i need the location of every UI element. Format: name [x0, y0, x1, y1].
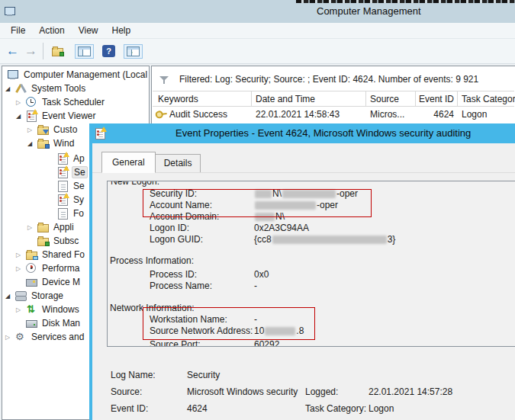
filter-funnel-icon	[159, 74, 170, 85]
show-action-pane-icon	[127, 46, 140, 56]
disk-management-icon	[26, 318, 37, 329]
event-id: 4624	[412, 107, 454, 121]
filter-banner: Filtered: Log: Security; Source: ; Event…	[153, 67, 514, 91]
annotation-box-network	[143, 307, 315, 340]
computer-icon	[8, 69, 19, 80]
show-action-pane-button[interactable]	[124, 44, 143, 59]
forward-arrow-icon[interactable]: →	[24, 43, 37, 59]
column-header-event-id[interactable]: Event ID	[412, 91, 454, 107]
annotation-box-account	[143, 189, 372, 217]
help-icon	[102, 45, 115, 57]
process-id-label: Process ID:	[150, 269, 197, 280]
window-title: Computer Management	[317, 0, 421, 23]
process-name-value: -	[254, 281, 257, 291]
event-log-icon	[57, 194, 69, 205]
expander-icon[interactable]	[27, 140, 37, 147]
menu-file[interactable]: File	[4, 23, 32, 39]
tree-item-computer-management[interactable]: Computer Management (Local	[3, 68, 148, 82]
dialog-body: General Details New Logon: Security ID: …	[92, 143, 515, 420]
menu-view[interactable]: View	[72, 23, 105, 39]
clipped-heading: New Logon:	[111, 181, 159, 187]
log-name-label: Log Name:	[111, 370, 156, 380]
system-tools-icon	[15, 83, 27, 94]
expander-icon[interactable]	[16, 113, 26, 120]
expander-icon[interactable]	[16, 99, 26, 106]
subscriptions-folder-icon	[37, 236, 49, 246]
expander-icon[interactable]	[27, 127, 37, 133]
logged-value: 22.01.2021 14:57:28	[369, 386, 452, 397]
performance-icon	[26, 263, 37, 274]
column-header-source[interactable]: Source	[370, 91, 399, 107]
column-header-task-category[interactable]: Task Category	[462, 91, 515, 107]
event-log-icon	[57, 167, 69, 178]
logon-id-value: 0x2A3C94AA	[254, 223, 309, 233]
event-datetime: 22.01.2021 14:58:43	[256, 107, 340, 121]
applications-folder-icon	[37, 222, 49, 232]
tree-item-system-tools[interactable]: System Tools	[3, 82, 148, 95]
event-keywords: Audit Success	[169, 107, 227, 121]
menu-action[interactable]: Action	[32, 23, 71, 39]
expander-icon[interactable]	[27, 224, 37, 231]
task-category-label: Task Category:	[305, 403, 366, 414]
event-log-icon	[57, 153, 69, 164]
tab-details[interactable]: Details	[155, 154, 201, 173]
computer-management-app-icon	[5, 6, 16, 17]
event-id-value: 4624	[187, 403, 208, 414]
task-scheduler-icon	[26, 97, 37, 107]
event-log-plain-icon	[57, 208, 69, 219]
device-manager-icon	[26, 277, 37, 287]
source-label: Source:	[111, 386, 142, 397]
process-name-label: Process Name:	[150, 281, 212, 291]
show-console-tree-button[interactable]	[75, 44, 94, 59]
back-arrow-icon[interactable]: ←	[6, 43, 19, 59]
windows-backup-icon	[26, 304, 37, 315]
expander-icon[interactable]	[16, 265, 26, 272]
logon-guid-value: {cc83}	[254, 234, 395, 245]
column-header-date-time[interactable]: Date and Time	[256, 91, 315, 107]
event-row[interactable]: Audit Success 22.01.2021 14:58:43 Micros…	[153, 107, 514, 121]
help-button[interactable]	[99, 43, 118, 59]
process-id-value: 0x0	[254, 269, 269, 280]
menu-help[interactable]: Help	[105, 23, 138, 39]
logon-id-label: Logon ID:	[150, 223, 189, 233]
events-table-header: Keywords Date and Time Source Event ID T…	[153, 91, 514, 107]
services-icon	[15, 332, 27, 342]
event-viewer-icon	[26, 111, 37, 121]
event-log-plain-icon	[57, 181, 69, 191]
menu-bar: File Action View Help	[0, 23, 515, 39]
window-titlebar: Computer Management	[0, 0, 515, 23]
source-port-label: Source Port:	[150, 339, 201, 347]
windows-logs-folder-icon	[37, 138, 49, 149]
column-header-keywords[interactable]: Keywords	[158, 91, 198, 107]
toolbar-separator	[43, 43, 43, 59]
tree-item-event-viewer[interactable]: Event Viewer	[3, 109, 148, 123]
export-list-icon	[52, 46, 63, 56]
process-information-heading: Process Information:	[110, 255, 194, 266]
expander-icon[interactable]	[5, 334, 15, 341]
dialog-title: Event Properties - Event 4624, Microsoft…	[175, 123, 471, 143]
shared-folders-icon	[26, 249, 37, 260]
storage-icon	[15, 290, 27, 301]
event-log-icon	[95, 128, 106, 139]
export-list-button[interactable]	[49, 43, 69, 59]
background-window-title-sliver	[296, 0, 515, 3]
logged-label: Logged:	[305, 386, 338, 397]
expander-icon[interactable]	[16, 306, 26, 313]
show-console-tree-icon	[78, 46, 91, 56]
tab-strip: General Details	[101, 152, 200, 173]
source-value: Microsoft Windows security	[187, 386, 298, 397]
dialog-titlebar: Event Properties - Event 4624, Microsoft…	[89, 123, 515, 143]
event-source: Micros...	[370, 107, 404, 121]
log-name-value: Security	[187, 370, 220, 380]
tab-general[interactable]: General	[101, 152, 156, 173]
expander-icon[interactable]	[5, 293, 15, 300]
toolbar: ← →	[0, 39, 515, 64]
expander-icon[interactable]	[16, 252, 26, 258]
source-port-value: 60292	[254, 339, 279, 347]
logon-guid-label: Logon GUID:	[150, 234, 203, 245]
expander-icon[interactable]	[5, 85, 15, 92]
filter-banner-text: Filtered: Log: Security; Source: ; Event…	[179, 74, 478, 85]
task-category-value: Logon	[369, 403, 394, 414]
redacted-blur	[272, 236, 387, 244]
tree-item-task-scheduler[interactable]: Task Scheduler	[3, 95, 148, 109]
